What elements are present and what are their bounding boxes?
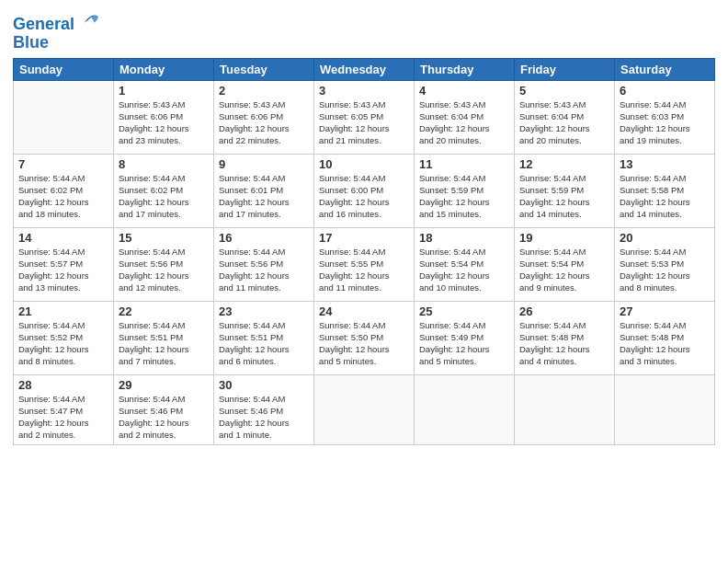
day-number: 16 bbox=[219, 231, 309, 245]
day-info: Sunrise: 5:44 AM Sunset: 5:55 PM Dayligh… bbox=[319, 246, 409, 294]
calendar-cell: 19Sunrise: 5:44 AM Sunset: 5:54 PM Dayli… bbox=[515, 227, 615, 301]
day-info: Sunrise: 5:44 AM Sunset: 6:03 PM Dayligh… bbox=[620, 98, 710, 147]
day-info: Sunrise: 5:44 AM Sunset: 5:57 PM Dayligh… bbox=[18, 246, 108, 294]
day-number: 21 bbox=[18, 304, 108, 318]
calendar-cell: 12Sunrise: 5:44 AM Sunset: 5:59 PM Dayli… bbox=[515, 154, 615, 227]
day-info: Sunrise: 5:44 AM Sunset: 6:01 PM Dayligh… bbox=[219, 172, 309, 221]
calendar-week-2: 14Sunrise: 5:44 AM Sunset: 5:57 PM Dayli… bbox=[14, 227, 715, 301]
day-number: 10 bbox=[319, 157, 409, 171]
calendar-cell: 3Sunrise: 5:43 AM Sunset: 6:05 PM Daylig… bbox=[314, 80, 415, 154]
calendar-cell: 21Sunrise: 5:44 AM Sunset: 5:52 PM Dayli… bbox=[14, 301, 114, 374]
calendar-cell: 6Sunrise: 5:44 AM Sunset: 6:03 PM Daylig… bbox=[615, 80, 715, 154]
logo-icon bbox=[81, 9, 101, 29]
day-number: 8 bbox=[119, 157, 209, 171]
calendar-week-4: 28Sunrise: 5:44 AM Sunset: 5:47 PM Dayli… bbox=[14, 374, 715, 444]
calendar-week-0: 1Sunrise: 5:43 AM Sunset: 6:06 PM Daylig… bbox=[14, 80, 715, 154]
calendar-cell: 24Sunrise: 5:44 AM Sunset: 5:50 PM Dayli… bbox=[314, 301, 415, 374]
page-header: General Blue bbox=[13, 9, 715, 52]
calendar-cell: 22Sunrise: 5:44 AM Sunset: 5:51 PM Dayli… bbox=[114, 301, 214, 374]
calendar-cell: 15Sunrise: 5:44 AM Sunset: 5:56 PM Dayli… bbox=[114, 227, 214, 301]
calendar-cell: 25Sunrise: 5:44 AM Sunset: 5:49 PM Dayli… bbox=[415, 301, 515, 374]
logo-text: General bbox=[13, 9, 101, 34]
calendar-cell bbox=[415, 374, 515, 444]
day-info: Sunrise: 5:44 AM Sunset: 5:51 PM Dayligh… bbox=[219, 319, 309, 368]
calendar-cell: 7Sunrise: 5:44 AM Sunset: 6:02 PM Daylig… bbox=[14, 154, 114, 227]
day-info: Sunrise: 5:44 AM Sunset: 5:54 PM Dayligh… bbox=[419, 246, 509, 294]
calendar-cell: 17Sunrise: 5:44 AM Sunset: 5:55 PM Dayli… bbox=[314, 227, 415, 301]
calendar-cell: 29Sunrise: 5:44 AM Sunset: 5:46 PM Dayli… bbox=[114, 374, 214, 444]
day-header-saturday: Saturday bbox=[615, 58, 715, 80]
day-number: 9 bbox=[219, 157, 309, 171]
calendar-cell bbox=[14, 80, 114, 154]
day-info: Sunrise: 5:44 AM Sunset: 5:48 PM Dayligh… bbox=[620, 319, 710, 368]
calendar-cell: 23Sunrise: 5:44 AM Sunset: 5:51 PM Dayli… bbox=[214, 301, 314, 374]
day-header-monday: Monday bbox=[114, 58, 214, 80]
day-info: Sunrise: 5:44 AM Sunset: 5:48 PM Dayligh… bbox=[519, 319, 609, 368]
day-number: 1 bbox=[119, 84, 209, 98]
day-number: 30 bbox=[219, 378, 309, 392]
calendar-week-1: 7Sunrise: 5:44 AM Sunset: 6:02 PM Daylig… bbox=[14, 154, 715, 227]
day-header-thursday: Thursday bbox=[415, 58, 515, 80]
day-number: 13 bbox=[620, 157, 710, 171]
day-info: Sunrise: 5:44 AM Sunset: 5:56 PM Dayligh… bbox=[219, 246, 309, 294]
calendar-cell: 27Sunrise: 5:44 AM Sunset: 5:48 PM Dayli… bbox=[615, 301, 715, 374]
day-number: 17 bbox=[319, 231, 409, 245]
day-number: 5 bbox=[519, 84, 609, 98]
day-number: 27 bbox=[620, 304, 710, 318]
day-number: 28 bbox=[18, 378, 108, 392]
day-number: 12 bbox=[519, 157, 609, 171]
day-info: Sunrise: 5:44 AM Sunset: 6:02 PM Dayligh… bbox=[119, 172, 209, 221]
day-info: Sunrise: 5:43 AM Sunset: 6:04 PM Dayligh… bbox=[519, 98, 609, 147]
day-info: Sunrise: 5:44 AM Sunset: 5:46 PM Dayligh… bbox=[119, 393, 209, 442]
calendar-header: SundayMondayTuesdayWednesdayThursdayFrid… bbox=[14, 58, 715, 80]
calendar-cell: 1Sunrise: 5:43 AM Sunset: 6:06 PM Daylig… bbox=[114, 80, 214, 154]
logo-text-blue: Blue bbox=[13, 34, 101, 52]
day-info: Sunrise: 5:44 AM Sunset: 5:59 PM Dayligh… bbox=[519, 172, 609, 221]
calendar-cell: 11Sunrise: 5:44 AM Sunset: 5:59 PM Dayli… bbox=[415, 154, 515, 227]
calendar-cell: 5Sunrise: 5:43 AM Sunset: 6:04 PM Daylig… bbox=[515, 80, 615, 154]
day-info: Sunrise: 5:44 AM Sunset: 5:53 PM Dayligh… bbox=[620, 246, 710, 294]
day-info: Sunrise: 5:44 AM Sunset: 5:56 PM Dayligh… bbox=[119, 246, 209, 294]
calendar-cell: 4Sunrise: 5:43 AM Sunset: 6:04 PM Daylig… bbox=[415, 80, 515, 154]
day-number: 2 bbox=[219, 84, 309, 98]
day-number: 15 bbox=[119, 231, 209, 245]
day-info: Sunrise: 5:44 AM Sunset: 6:00 PM Dayligh… bbox=[319, 172, 409, 221]
day-info: Sunrise: 5:44 AM Sunset: 5:52 PM Dayligh… bbox=[18, 319, 108, 368]
calendar-cell bbox=[615, 374, 715, 444]
day-header-tuesday: Tuesday bbox=[214, 58, 314, 80]
calendar-cell bbox=[515, 374, 615, 444]
day-number: 19 bbox=[519, 231, 609, 245]
calendar-body: 1Sunrise: 5:43 AM Sunset: 6:06 PM Daylig… bbox=[14, 80, 715, 444]
day-number: 6 bbox=[620, 84, 710, 98]
calendar-cell: 14Sunrise: 5:44 AM Sunset: 5:57 PM Dayli… bbox=[14, 227, 114, 301]
day-header-friday: Friday bbox=[515, 58, 615, 80]
day-number: 14 bbox=[18, 231, 108, 245]
calendar-cell: 16Sunrise: 5:44 AM Sunset: 5:56 PM Dayli… bbox=[214, 227, 314, 301]
calendar-cell: 8Sunrise: 5:44 AM Sunset: 6:02 PM Daylig… bbox=[114, 154, 214, 227]
calendar: SundayMondayTuesdayWednesdayThursdayFrid… bbox=[13, 58, 715, 445]
calendar-cell: 2Sunrise: 5:43 AM Sunset: 6:06 PM Daylig… bbox=[214, 80, 314, 154]
day-info: Sunrise: 5:44 AM Sunset: 5:58 PM Dayligh… bbox=[620, 172, 710, 221]
day-info: Sunrise: 5:43 AM Sunset: 6:06 PM Dayligh… bbox=[219, 98, 309, 147]
calendar-cell: 18Sunrise: 5:44 AM Sunset: 5:54 PM Dayli… bbox=[415, 227, 515, 301]
day-number: 26 bbox=[519, 304, 609, 318]
day-header-sunday: Sunday bbox=[14, 58, 114, 80]
day-number: 24 bbox=[319, 304, 409, 318]
day-info: Sunrise: 5:43 AM Sunset: 6:06 PM Dayligh… bbox=[119, 98, 209, 147]
day-info: Sunrise: 5:44 AM Sunset: 5:46 PM Dayligh… bbox=[219, 393, 309, 442]
day-number: 4 bbox=[419, 84, 509, 98]
day-info: Sunrise: 5:43 AM Sunset: 6:04 PM Dayligh… bbox=[419, 98, 509, 147]
day-number: 25 bbox=[419, 304, 509, 318]
day-info: Sunrise: 5:44 AM Sunset: 5:49 PM Dayligh… bbox=[419, 319, 509, 368]
calendar-cell: 26Sunrise: 5:44 AM Sunset: 5:48 PM Dayli… bbox=[515, 301, 615, 374]
day-number: 11 bbox=[419, 157, 509, 171]
calendar-cell: 9Sunrise: 5:44 AM Sunset: 6:01 PM Daylig… bbox=[214, 154, 314, 227]
day-number: 18 bbox=[419, 231, 509, 245]
calendar-cell: 20Sunrise: 5:44 AM Sunset: 5:53 PM Dayli… bbox=[615, 227, 715, 301]
day-info: Sunrise: 5:44 AM Sunset: 5:50 PM Dayligh… bbox=[319, 319, 409, 368]
day-info: Sunrise: 5:43 AM Sunset: 6:05 PM Dayligh… bbox=[319, 98, 409, 147]
day-info: Sunrise: 5:44 AM Sunset: 6:02 PM Dayligh… bbox=[18, 172, 108, 221]
day-number: 20 bbox=[620, 231, 710, 245]
calendar-cell: 28Sunrise: 5:44 AM Sunset: 5:47 PM Dayli… bbox=[14, 374, 114, 444]
day-info: Sunrise: 5:44 AM Sunset: 5:47 PM Dayligh… bbox=[18, 393, 108, 442]
